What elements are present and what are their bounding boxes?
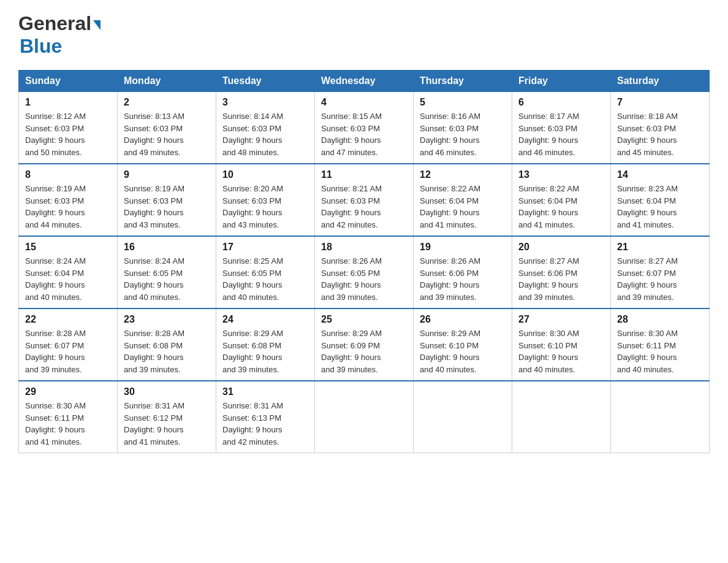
day-number: 3	[222, 97, 308, 108]
header-row: SundayMondayTuesdayWednesdayThursdayFrid…	[19, 71, 710, 92]
day-info: Sunrise: 8:20 AM Sunset: 6:03 PM Dayligh…	[222, 183, 308, 231]
calendar-cell: 19 Sunrise: 8:26 AM Sunset: 6:06 PM Dayl…	[414, 236, 512, 308]
logo-blue: Blue	[20, 35, 62, 57]
day-number: 19	[420, 242, 506, 253]
day-info: Sunrise: 8:22 AM Sunset: 6:04 PM Dayligh…	[420, 183, 506, 231]
day-info: Sunrise: 8:30 AM Sunset: 6:11 PM Dayligh…	[25, 400, 111, 448]
day-info: Sunrise: 8:17 AM Sunset: 6:03 PM Dayligh…	[518, 110, 604, 158]
header-sunday: Sunday	[19, 71, 118, 92]
day-info: Sunrise: 8:16 AM Sunset: 6:03 PM Dayligh…	[420, 110, 506, 158]
calendar-table: SundayMondayTuesdayWednesdayThursdayFrid…	[18, 70, 710, 453]
day-info: Sunrise: 8:29 AM Sunset: 6:10 PM Dayligh…	[420, 327, 506, 375]
day-info: Sunrise: 8:28 AM Sunset: 6:07 PM Dayligh…	[25, 327, 111, 375]
calendar-cell: 22 Sunrise: 8:28 AM Sunset: 6:07 PM Dayl…	[19, 308, 118, 381]
calendar-cell: 20 Sunrise: 8:27 AM Sunset: 6:06 PM Dayl…	[512, 236, 611, 308]
calendar-cell: 16 Sunrise: 8:24 AM Sunset: 6:05 PM Dayl…	[118, 236, 216, 308]
day-info: Sunrise: 8:27 AM Sunset: 6:07 PM Dayligh…	[617, 255, 703, 303]
calendar-cell: 29 Sunrise: 8:30 AM Sunset: 6:11 PM Dayl…	[19, 381, 118, 453]
calendar-cell: 11 Sunrise: 8:21 AM Sunset: 6:03 PM Dayl…	[315, 164, 414, 236]
day-number: 22	[25, 314, 111, 325]
day-number: 27	[518, 314, 604, 325]
logo-general: General	[18, 12, 91, 35]
day-info: Sunrise: 8:31 AM Sunset: 6:13 PM Dayligh…	[222, 400, 308, 448]
day-info: Sunrise: 8:25 AM Sunset: 6:05 PM Dayligh…	[222, 255, 308, 303]
header-wednesday: Wednesday	[315, 71, 414, 92]
day-number: 14	[617, 169, 703, 180]
header-friday: Friday	[512, 71, 611, 92]
calendar-cell: 6 Sunrise: 8:17 AM Sunset: 6:03 PM Dayli…	[512, 92, 611, 164]
calendar-cell: 27 Sunrise: 8:30 AM Sunset: 6:10 PM Dayl…	[512, 308, 611, 381]
day-number: 7	[617, 97, 703, 108]
calendar-cell	[611, 381, 710, 453]
calendar-cell: 9 Sunrise: 8:19 AM Sunset: 6:03 PM Dayli…	[118, 164, 216, 236]
calendar-cell: 26 Sunrise: 8:29 AM Sunset: 6:10 PM Dayl…	[414, 308, 512, 381]
calendar-cell: 13 Sunrise: 8:22 AM Sunset: 6:04 PM Dayl…	[512, 164, 611, 236]
day-info: Sunrise: 8:22 AM Sunset: 6:04 PM Dayligh…	[518, 183, 604, 231]
day-info: Sunrise: 8:31 AM Sunset: 6:12 PM Dayligh…	[124, 400, 210, 448]
calendar-cell: 12 Sunrise: 8:22 AM Sunset: 6:04 PM Dayl…	[414, 164, 512, 236]
day-info: Sunrise: 8:14 AM Sunset: 6:03 PM Dayligh…	[222, 110, 308, 158]
calendar-cell	[414, 381, 512, 453]
day-number: 23	[124, 314, 210, 325]
day-number: 1	[25, 97, 111, 108]
day-number: 16	[124, 242, 210, 253]
calendar-cell: 17 Sunrise: 8:25 AM Sunset: 6:05 PM Dayl…	[216, 236, 315, 308]
day-number: 18	[321, 242, 407, 253]
calendar-cell: 3 Sunrise: 8:14 AM Sunset: 6:03 PM Dayli…	[216, 92, 315, 164]
header-thursday: Thursday	[414, 71, 512, 92]
day-info: Sunrise: 8:26 AM Sunset: 6:06 PM Dayligh…	[420, 255, 506, 303]
calendar-cell: 31 Sunrise: 8:31 AM Sunset: 6:13 PM Dayl…	[216, 381, 315, 453]
calendar-cell: 25 Sunrise: 8:29 AM Sunset: 6:09 PM Dayl…	[315, 308, 414, 381]
day-number: 13	[518, 169, 604, 180]
logo-arrow-icon	[93, 20, 100, 30]
calendar-cell: 4 Sunrise: 8:15 AM Sunset: 6:03 PM Dayli…	[315, 92, 414, 164]
day-info: Sunrise: 8:12 AM Sunset: 6:03 PM Dayligh…	[25, 110, 111, 158]
calendar-cell: 8 Sunrise: 8:19 AM Sunset: 6:03 PM Dayli…	[19, 164, 118, 236]
day-number: 15	[25, 242, 111, 253]
calendar-cell: 28 Sunrise: 8:30 AM Sunset: 6:11 PM Dayl…	[611, 308, 710, 381]
calendar-cell: 7 Sunrise: 8:18 AM Sunset: 6:03 PM Dayli…	[611, 92, 710, 164]
calendar-cell: 14 Sunrise: 8:23 AM Sunset: 6:04 PM Dayl…	[611, 164, 710, 236]
header-monday: Monday	[118, 71, 216, 92]
day-number: 29	[25, 386, 111, 397]
day-info: Sunrise: 8:15 AM Sunset: 6:03 PM Dayligh…	[321, 110, 407, 158]
day-number: 2	[124, 97, 210, 108]
page-header: General Blue	[18, 12, 710, 58]
day-info: Sunrise: 8:23 AM Sunset: 6:04 PM Dayligh…	[617, 183, 703, 231]
day-number: 5	[420, 97, 506, 108]
day-info: Sunrise: 8:29 AM Sunset: 6:09 PM Dayligh…	[321, 327, 407, 375]
day-info: Sunrise: 8:21 AM Sunset: 6:03 PM Dayligh…	[321, 183, 407, 231]
day-info: Sunrise: 8:24 AM Sunset: 6:04 PM Dayligh…	[25, 255, 111, 303]
day-info: Sunrise: 8:29 AM Sunset: 6:08 PM Dayligh…	[222, 327, 308, 375]
week-row-1: 1 Sunrise: 8:12 AM Sunset: 6:03 PM Dayli…	[19, 92, 710, 164]
header-saturday: Saturday	[611, 71, 710, 92]
day-number: 28	[617, 314, 703, 325]
calendar-cell: 10 Sunrise: 8:20 AM Sunset: 6:03 PM Dayl…	[216, 164, 315, 236]
day-number: 17	[222, 242, 308, 253]
day-number: 30	[124, 386, 210, 397]
day-info: Sunrise: 8:24 AM Sunset: 6:05 PM Dayligh…	[124, 255, 210, 303]
week-row-4: 22 Sunrise: 8:28 AM Sunset: 6:07 PM Dayl…	[19, 308, 710, 381]
calendar-cell: 30 Sunrise: 8:31 AM Sunset: 6:12 PM Dayl…	[118, 381, 216, 453]
day-number: 10	[222, 169, 308, 180]
day-info: Sunrise: 8:18 AM Sunset: 6:03 PM Dayligh…	[617, 110, 703, 158]
week-row-3: 15 Sunrise: 8:24 AM Sunset: 6:04 PM Dayl…	[19, 236, 710, 308]
day-info: Sunrise: 8:19 AM Sunset: 6:03 PM Dayligh…	[124, 183, 210, 231]
logo: General Blue	[18, 12, 100, 58]
calendar-cell: 2 Sunrise: 8:13 AM Sunset: 6:03 PM Dayli…	[118, 92, 216, 164]
day-number: 12	[420, 169, 506, 180]
day-number: 31	[222, 386, 308, 397]
calendar-cell	[512, 381, 611, 453]
calendar-cell: 15 Sunrise: 8:24 AM Sunset: 6:04 PM Dayl…	[19, 236, 118, 308]
day-number: 24	[222, 314, 308, 325]
week-row-2: 8 Sunrise: 8:19 AM Sunset: 6:03 PM Dayli…	[19, 164, 710, 236]
day-number: 4	[321, 97, 407, 108]
day-number: 26	[420, 314, 506, 325]
day-number: 11	[321, 169, 407, 180]
day-number: 6	[518, 97, 604, 108]
day-number: 8	[25, 169, 111, 180]
day-info: Sunrise: 8:13 AM Sunset: 6:03 PM Dayligh…	[124, 110, 210, 158]
calendar-cell: 21 Sunrise: 8:27 AM Sunset: 6:07 PM Dayl…	[611, 236, 710, 308]
day-info: Sunrise: 8:26 AM Sunset: 6:05 PM Dayligh…	[321, 255, 407, 303]
day-info: Sunrise: 8:27 AM Sunset: 6:06 PM Dayligh…	[518, 255, 604, 303]
